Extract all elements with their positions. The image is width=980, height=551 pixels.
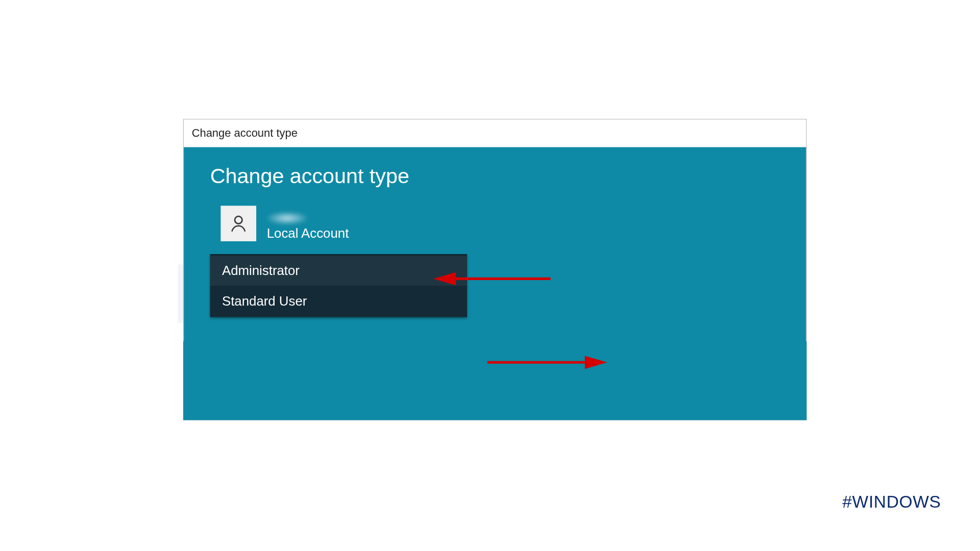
- titlebar-text: Change account type: [192, 127, 298, 140]
- hashtag-label: #WINDOWS: [842, 492, 941, 512]
- dropdown-option-administrator[interactable]: Administrator: [210, 255, 467, 286]
- account-type-dropdown[interactable]: Administrator Standard User: [210, 255, 467, 317]
- dialog-heading: Change account type: [210, 164, 780, 189]
- account-meta: Local Account: [267, 212, 349, 241]
- titlebar: Change account type: [184, 119, 806, 147]
- username-blurred: [267, 212, 308, 225]
- reflection-fade: [183, 420, 807, 499]
- svg-point-0: [235, 216, 242, 223]
- reflection-decoration: OK Cancel: [183, 341, 807, 420]
- user-avatar-icon: [220, 206, 256, 241]
- account-type-label: Local Account: [267, 226, 349, 241]
- account-info: Local Account: [220, 206, 779, 241]
- dropdown-option-standard-user[interactable]: Standard User: [210, 286, 467, 317]
